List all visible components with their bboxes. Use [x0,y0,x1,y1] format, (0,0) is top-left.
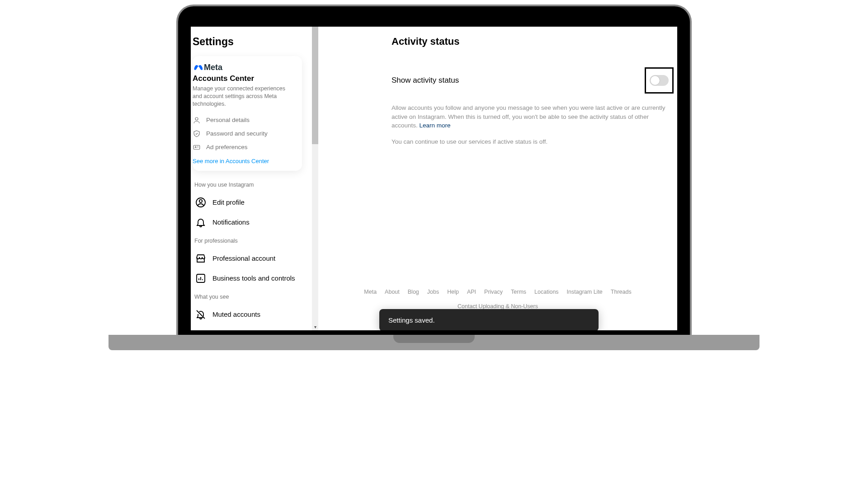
footer-link[interactable]: Privacy [484,289,503,295]
sidebar-item-muted-accounts[interactable]: Muted accounts [193,305,307,324]
app-window: Settings Meta Accounts Center Manage you… [191,27,677,330]
accounts-item-password-security[interactable]: Password and security [193,127,296,141]
accounts-center-card[interactable]: Meta Accounts Center Manage your connect… [193,56,302,171]
accounts-item-label: Personal details [206,117,250,123]
sidebar-item-label: Edit profile [212,198,245,206]
sidebar-section-see: What you see Muted accounts [193,294,312,324]
accounts-item-ad-preferences[interactable]: Ad preferences [193,141,296,154]
toast-message: Settings saved. [388,316,435,324]
meta-brand: Meta [193,62,296,72]
settings-sidebar: Settings Meta Accounts Center Manage you… [191,27,312,330]
footer-link[interactable]: Instagram Lite [567,289,603,295]
sidebar-item-professional-account[interactable]: Professional account [193,249,307,268]
section-label: How you use Instagram [194,182,307,188]
setting-description: Allow accounts you follow and anyone you… [392,103,677,130]
sidebar-item-label: Professional account [212,254,275,262]
footer-link[interactable]: Meta [364,289,377,295]
footer-link[interactable]: Jobs [427,289,439,295]
laptop-bezel: Settings Meta Accounts Center Manage you… [176,5,692,337]
sidebar-scrollbar[interactable]: ▾ [312,27,318,330]
section-label: For professionals [194,238,307,244]
sidebar-item-notifications[interactable]: Notifications [193,212,307,232]
footer-link[interactable]: Blog [408,289,419,295]
ad-icon [193,143,201,151]
footer-link[interactable]: Locations [534,289,559,295]
laptop-frame: Settings Meta Accounts Center Manage you… [108,5,760,350]
footer-link[interactable]: Help [447,289,459,295]
content-title: Activity status [392,36,677,47]
setting-note: You can continue to use our services if … [392,138,677,145]
sidebar-item-edit-profile[interactable]: Edit profile [193,192,307,212]
laptop-base [108,335,760,350]
toggle-knob [651,76,660,85]
accounts-item-personal-details[interactable]: Personal details [193,113,296,127]
setting-label: Show activity status [392,76,459,85]
laptop-trackpad-notch [393,335,475,343]
section-label: What you see [194,294,307,300]
sidebar-section-pro: For professionals Professional account B… [193,238,312,288]
svg-point-3 [199,199,202,202]
footer-link[interactable]: Terms [511,289,526,295]
main-content: Activity status Show activity status All… [318,27,677,330]
svg-rect-1 [193,145,200,149]
scrollbar-thumb[interactable] [312,27,318,144]
footer-link[interactable]: Contact Uploading & Non-Users [458,303,538,310]
footer-links: Meta About Blog Jobs Help API Privacy Te… [318,289,677,310]
footer-link[interactable]: About [385,289,400,295]
page-title: Settings [193,36,312,48]
sidebar-item-label: Notifications [212,218,250,226]
sidebar-item-label: Muted accounts [212,310,260,318]
learn-more-link[interactable]: Learn more [420,122,451,129]
accounts-item-label: Ad preferences [206,144,248,150]
toggle-highlight-box [645,67,674,94]
see-more-accounts-center-link[interactable]: See more in Accounts Center [193,158,296,164]
footer-link[interactable]: API [467,289,476,295]
person-icon [193,116,201,124]
toast-settings-saved: Settings saved. [379,309,599,330]
profile-circle-icon [195,197,206,208]
bar-chart-icon [195,273,206,284]
footer-link[interactable]: Threads [611,289,632,295]
bell-off-icon [195,309,206,320]
scrollbar-down-icon[interactable]: ▾ [312,324,318,329]
show-activity-status-row: Show activity status [392,67,677,94]
sidebar-item-label: Business tools and controls [212,274,295,282]
accounts-item-label: Password and security [206,130,268,137]
meta-brand-text: Meta [204,63,222,72]
shield-check-icon [193,130,201,138]
activity-status-toggle[interactable] [650,75,669,86]
bell-icon [195,217,206,228]
sidebar-section-how: How you use Instagram Edit profile Notif… [193,182,312,232]
storefront-icon [195,253,206,264]
sidebar-region: Settings Meta Accounts Center Manage you… [191,27,318,330]
svg-point-0 [195,117,198,120]
accounts-center-desc: Manage your connected experiences and ac… [193,85,296,108]
sidebar-item-business-tools[interactable]: Business tools and controls [193,268,307,288]
meta-logo-icon [193,62,203,72]
accounts-center-title: Accounts Center [193,74,296,83]
